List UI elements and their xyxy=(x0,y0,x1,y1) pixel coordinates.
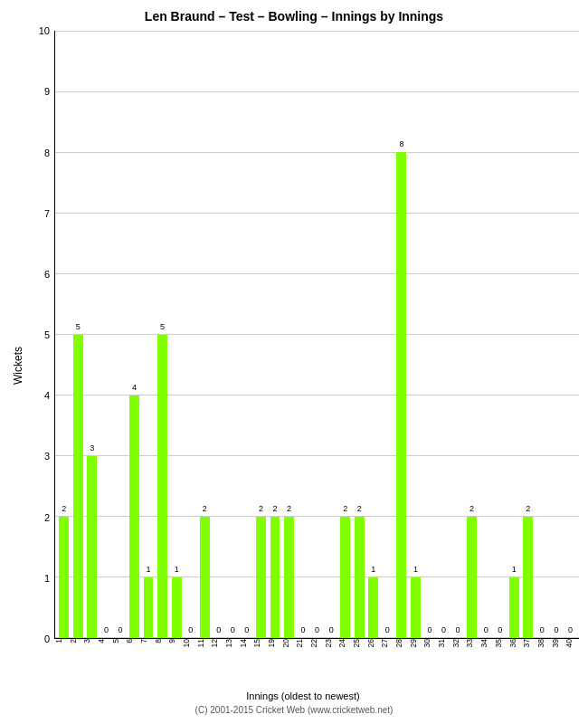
footer: (C) 2001-2015 Cricket Web (www.cricketwe… xyxy=(195,705,394,715)
bar-value-label: 2 xyxy=(523,504,533,513)
bar: 2 xyxy=(59,517,69,638)
bar: 2 xyxy=(200,517,210,638)
bar-group: 0 xyxy=(100,31,114,638)
x-tick-label: 39 xyxy=(551,639,565,647)
bar: 1 xyxy=(172,577,182,638)
bar-value-label: 0 xyxy=(101,625,111,634)
bar-value-label: 5 xyxy=(157,322,167,331)
x-tick-label: 12 xyxy=(210,639,224,647)
bar-value-label: 8 xyxy=(396,139,406,148)
bar-group: 0 xyxy=(450,31,465,638)
x-tick-label: 11 xyxy=(196,639,211,647)
bar-group: 2 xyxy=(268,31,282,638)
chart-inner: 012345678910 253004151020002220002210810… xyxy=(27,31,579,701)
x-tick-label: 22 xyxy=(309,639,324,647)
bar-group: 5 xyxy=(71,31,86,638)
bar: 8 xyxy=(396,152,406,638)
bar-value-label: 0 xyxy=(453,625,463,634)
x-tick-label: 34 xyxy=(479,639,494,647)
bar-group: 0 xyxy=(422,31,437,638)
bar: 5 xyxy=(157,335,167,639)
bar-group: 0 xyxy=(212,31,226,638)
bar: 5 xyxy=(73,335,83,639)
x-tick-label: 29 xyxy=(409,639,423,647)
bar-group: 0 xyxy=(113,31,128,638)
bar: 2 xyxy=(355,517,365,638)
x-tick-label: 15 xyxy=(252,639,267,647)
bar-value-label: 0 xyxy=(185,625,195,634)
bar-value-label: 0 xyxy=(551,625,561,634)
bar-value-label: 0 xyxy=(213,625,223,634)
bar-value-label: 2 xyxy=(200,504,210,513)
bar-value-label: 1 xyxy=(368,565,378,574)
plot-area: 012345678910 253004151020002220002210810… xyxy=(27,31,579,639)
x-tick-label: 38 xyxy=(536,639,551,647)
bar-group: 2 xyxy=(338,31,353,638)
x-tick-label: 24 xyxy=(337,639,352,647)
bar-group: 0 xyxy=(536,31,550,638)
bar-group: 1 xyxy=(409,31,423,638)
bar-group: 1 xyxy=(169,31,184,638)
x-tick-label: 28 xyxy=(394,639,409,647)
x-tick-label: 31 xyxy=(437,639,451,647)
bar: 2 xyxy=(523,517,533,638)
bars-wrapper: 2530041510200022200022108100020012000 xyxy=(55,31,579,638)
x-tick-label: 3 xyxy=(82,639,97,643)
x-tick-label: 25 xyxy=(352,639,366,647)
bar-value-label: 0 xyxy=(495,625,505,634)
bar-value-label: 2 xyxy=(270,504,280,513)
bar-group: 0 xyxy=(381,31,395,638)
bar-group: 0 xyxy=(549,31,564,638)
y-axis: 012345678910 xyxy=(27,31,54,639)
x-tick-label: 4 xyxy=(97,639,111,643)
bar-group: 1 xyxy=(507,31,522,638)
bar-group: 2 xyxy=(465,31,479,638)
x-tick-label: 32 xyxy=(451,639,466,647)
x-tick-label: 21 xyxy=(295,639,309,647)
x-tick-label: 35 xyxy=(494,639,508,647)
x-tick-label: 13 xyxy=(224,639,239,647)
x-tick-label: 37 xyxy=(522,639,536,647)
bar-value-label: 2 xyxy=(59,504,69,513)
bar-group: 2 xyxy=(57,31,71,638)
chart-title: Len Braund – Test – Bowling – Innings by… xyxy=(145,9,443,24)
bar: 1 xyxy=(368,577,378,638)
bar-group: 0 xyxy=(493,31,507,638)
bar-group: 0 xyxy=(479,31,493,638)
bars-and-grid: 2530041510200022200022108100020012000 xyxy=(54,31,579,639)
x-tick-label: 1 xyxy=(54,639,69,643)
bar-value-label: 0 xyxy=(425,625,435,634)
bar-value-label: 0 xyxy=(312,625,322,634)
bar-group: 2 xyxy=(352,31,366,638)
bar-value-label: 0 xyxy=(481,625,491,634)
bar-value-label: 2 xyxy=(355,504,365,513)
bar-group: 0 xyxy=(310,31,325,638)
chart-area: Wickets 012345678910 2530041510200022200… xyxy=(9,31,579,701)
bar-value-label: 1 xyxy=(144,565,154,574)
bar-value-label: 1 xyxy=(172,565,182,574)
bar-group: 0 xyxy=(296,31,310,638)
bar-value-label: 0 xyxy=(327,625,337,634)
bar-value-label: 0 xyxy=(299,625,308,634)
x-tick-label: 8 xyxy=(154,639,168,643)
bar-value-label: 2 xyxy=(467,504,477,513)
bar-group: 0 xyxy=(564,31,578,638)
x-tick-label: 5 xyxy=(111,639,126,643)
bar: 1 xyxy=(144,577,154,638)
bar-value-label: 0 xyxy=(242,625,251,634)
x-tick-label: 23 xyxy=(324,639,338,647)
x-tick-label: 9 xyxy=(167,639,182,643)
bar: 2 xyxy=(256,517,266,638)
x-tick-label: 6 xyxy=(125,639,139,643)
bar-value-label: 3 xyxy=(87,443,97,452)
bar-value-label: 0 xyxy=(116,625,126,634)
bar-group: 2 xyxy=(197,31,212,638)
x-tick-label: 14 xyxy=(239,639,253,647)
bar-value-label: 0 xyxy=(537,625,547,634)
bar-value-label: 0 xyxy=(383,625,393,634)
x-tick-label: 10 xyxy=(182,639,196,647)
bar-group: 8 xyxy=(394,31,409,638)
x-tick-label: 40 xyxy=(564,639,579,647)
y-axis-label: Wickets xyxy=(9,31,27,701)
bar-value-label: 0 xyxy=(439,625,449,634)
